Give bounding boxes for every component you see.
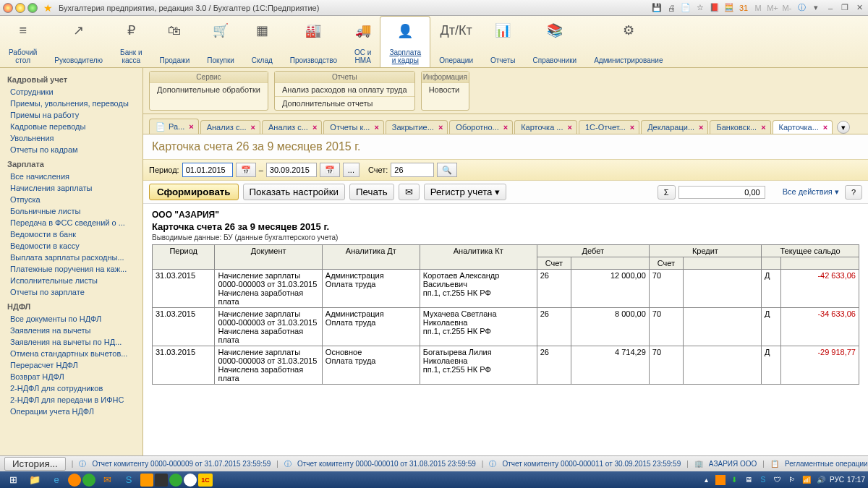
- print-icon[interactable]: 🖨: [665, 2, 677, 14]
- save-icon[interactable]: 💾: [651, 2, 663, 14]
- sidebar-item[interactable]: Отчеты по зарплате: [0, 286, 142, 298]
- sb-link-4[interactable]: Регламентные операции: [785, 460, 868, 468]
- nav-item-8[interactable]: 👤Зарплатаи кадры: [380, 16, 430, 67]
- date-to-input[interactable]: [266, 163, 317, 177]
- sidebar-item[interactable]: Возврат НДФЛ: [0, 371, 142, 382]
- tb-app1-icon[interactable]: [68, 474, 81, 487]
- tab-0[interactable]: 📄Ра...×: [149, 119, 199, 134]
- tab-close-icon[interactable]: ×: [437, 123, 444, 132]
- tab-2[interactable]: Анализ с...×: [262, 120, 322, 134]
- sb-link-2[interactable]: Отчет комитенту 0000-000011 от 30.09.201…: [502, 460, 681, 468]
- sidebar-item[interactable]: Операции учета НДФЛ: [0, 406, 142, 417]
- tb-skype-icon[interactable]: S: [119, 473, 139, 487]
- tab-close-icon[interactable]: ×: [373, 123, 380, 132]
- date-from-input[interactable]: [182, 163, 233, 177]
- tray-up-icon[interactable]: ▴: [701, 474, 712, 486]
- calendar-icon[interactable]: 31: [738, 2, 749, 14]
- tb-outlook-icon[interactable]: ✉: [97, 473, 117, 487]
- tb-app4-icon[interactable]: [155, 474, 168, 487]
- tb-app6-icon[interactable]: [184, 474, 197, 487]
- tray-ic-3[interactable]: 🖥: [743, 474, 754, 486]
- nav-item-7[interactable]: 🚚ОС иНМА: [346, 16, 380, 67]
- sidebar-item[interactable]: Сотрудники: [0, 86, 142, 98]
- nav-item-9[interactable]: Дт/КтОперации: [430, 16, 482, 67]
- history-button[interactable]: История...: [4, 457, 66, 471]
- sidebar-item[interactable]: 2-НДФЛ для сотрудников: [0, 382, 142, 394]
- register-button[interactable]: Регистр учета ▾: [424, 184, 507, 200]
- sb-link-3[interactable]: АЗАРИЯ ООО: [709, 460, 757, 468]
- sidebar-item[interactable]: Приемы, увольнения, переводы: [0, 98, 142, 109]
- start-button[interactable]: ⊞: [3, 473, 23, 487]
- account-search-icon[interactable]: 🔍: [437, 163, 457, 177]
- sidebar-item[interactable]: Исполнительные листы: [0, 275, 142, 286]
- tab-close-icon[interactable]: ×: [311, 123, 318, 132]
- tab-close-icon[interactable]: ×: [566, 123, 573, 132]
- sidebar-item[interactable]: Отпуска: [0, 194, 142, 205]
- sidebar-item[interactable]: Отчеты по кадрам: [0, 144, 142, 155]
- sidebar-item[interactable]: Платежные поручения на каж...: [0, 263, 142, 275]
- tab-close-icon[interactable]: ×: [629, 123, 636, 132]
- m-icon[interactable]: M: [752, 2, 764, 14]
- sidebar-item[interactable]: Все начисления: [0, 171, 142, 182]
- sidebar-item[interactable]: Передача в ФСС сведений о ...: [0, 217, 142, 228]
- nav-item-4[interactable]: 🛒Покупки: [198, 16, 243, 67]
- star-icon[interactable]: ☆: [694, 2, 706, 14]
- sidebar-item[interactable]: Ведомости в кассу: [0, 240, 142, 252]
- tab-6[interactable]: Карточка ...×: [514, 120, 577, 134]
- tray-time[interactable]: 17:17: [847, 476, 865, 484]
- sidebar-item[interactable]: Все документы по НДФЛ: [0, 313, 142, 325]
- show-settings-button[interactable]: Показать настройки: [243, 184, 345, 200]
- all-actions-button[interactable]: Все действия ▾: [783, 187, 839, 197]
- panel-reports-item-0[interactable]: Анализ расходов на оплату труда: [275, 82, 414, 96]
- win-minimize-icon[interactable]: –: [825, 2, 836, 14]
- nav-item-5[interactable]: ▦Склад: [243, 16, 281, 67]
- tray-ic-4[interactable]: S: [757, 474, 769, 486]
- sidebar-item[interactable]: Отмена стандартных вычетов...: [0, 348, 142, 359]
- book-icon[interactable]: 📕: [709, 2, 720, 14]
- tab-close-icon[interactable]: ×: [697, 123, 705, 132]
- tray-ic-6[interactable]: 🏳: [786, 474, 798, 486]
- sidebar-item[interactable]: Приемы на работу: [0, 109, 142, 121]
- tray-ic-1[interactable]: [715, 475, 726, 485]
- table-row[interactable]: 31.03.2015Начисление зарплаты 0000-00000…: [153, 308, 859, 346]
- tab-3[interactable]: Отчеты к...×: [323, 120, 384, 134]
- tab-close-icon[interactable]: ×: [760, 123, 767, 132]
- sb-link-0[interactable]: Отчет комитенту 0000-000009 от 31.07.201…: [92, 460, 271, 468]
- table-row[interactable]: 31.03.2015Начисление зарплаты 0000-00000…: [153, 346, 859, 385]
- sidebar-item[interactable]: Кадровые переводы: [0, 121, 142, 132]
- tab-close-icon[interactable]: ×: [187, 122, 195, 131]
- tab-5[interactable]: Оборотно...×: [449, 120, 513, 134]
- tab-9[interactable]: Банковск...×: [710, 120, 770, 134]
- tray-sound-icon[interactable]: 🔊: [815, 474, 827, 486]
- sidebar-item[interactable]: Больничные листы: [0, 205, 142, 217]
- info-icon[interactable]: ⓘ: [796, 2, 807, 14]
- nav-item-2[interactable]: ₽Банк икасса: [111, 16, 150, 67]
- sidebar-item[interactable]: Заявления на вычеты: [0, 325, 142, 336]
- win-close-icon[interactable]: ✕: [854, 2, 865, 14]
- tray-ic-2[interactable]: ⬇: [728, 474, 740, 486]
- date-ellipsis-button[interactable]: ...: [343, 163, 359, 177]
- tabs-overflow-button[interactable]: ▾: [837, 121, 850, 134]
- help-button[interactable]: ?: [845, 185, 862, 200]
- tb-app2-icon[interactable]: [82, 474, 95, 487]
- dropdown-icon[interactable]: ▾: [810, 2, 822, 14]
- nav-item-11[interactable]: 📚Справочники: [524, 16, 586, 67]
- tb-1c-icon[interactable]: 1C: [198, 474, 213, 487]
- sidebar-item[interactable]: Выплата зарплаты расходны...: [0, 252, 142, 263]
- date-to-cal-icon[interactable]: 📅: [320, 163, 340, 177]
- sidebar-item[interactable]: Увольнения: [0, 132, 142, 144]
- tab-4[interactable]: Закрытие...×: [386, 120, 448, 134]
- tab-7[interactable]: 1С-Отчет...×: [579, 120, 639, 134]
- tab-close-icon[interactable]: ×: [502, 123, 509, 132]
- tb-app5-icon[interactable]: [169, 474, 182, 487]
- m-minus-icon[interactable]: M-: [781, 2, 793, 14]
- m-plus-icon[interactable]: M+: [767, 2, 778, 14]
- tray-lang[interactable]: РУС: [830, 476, 844, 484]
- print-button[interactable]: Печать: [349, 184, 394, 200]
- calc-icon[interactable]: 🧮: [723, 2, 735, 14]
- maximize-dot[interactable]: [27, 3, 38, 13]
- nav-item-1[interactable]: ↗Руководителю: [46, 16, 111, 67]
- close-dot[interactable]: [3, 3, 13, 13]
- tb-explorer-icon[interactable]: 📁: [25, 473, 45, 487]
- nav-item-6[interactable]: 🏭Производство: [281, 16, 346, 67]
